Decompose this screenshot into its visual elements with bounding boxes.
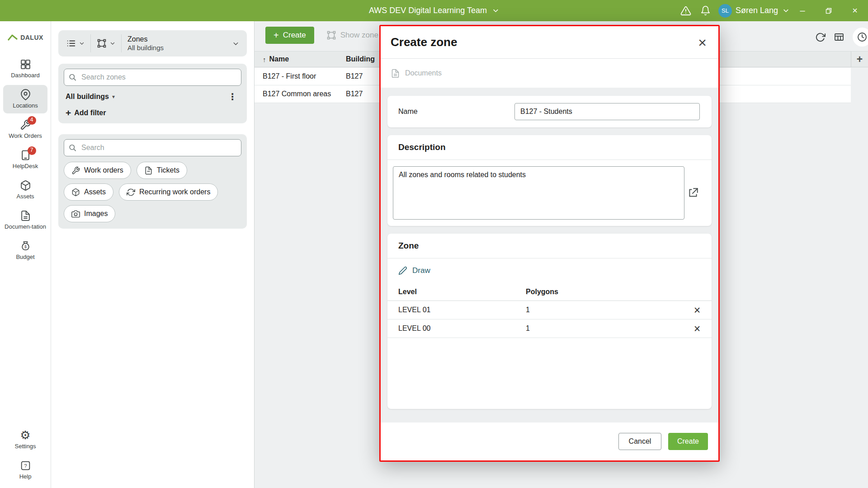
search-filters-card: Work orders Tickets Assets Recurring wor… [58, 134, 247, 229]
draw-button[interactable]: Draw [387, 258, 712, 283]
list-view-dropdown[interactable] [60, 30, 90, 56]
name-header-label: Name [269, 55, 289, 63]
plus-icon: + [66, 108, 71, 117]
sidebar-item-budget[interactable]: $ Budget [3, 236, 47, 265]
sidebar-item-label: Budget [16, 254, 34, 261]
polygons-column-header: Polygons [526, 288, 683, 296]
chip-work-orders[interactable]: Work orders [64, 162, 131, 179]
sidebar-item-label: Documen-tation [5, 224, 46, 230]
draw-label: Draw [412, 266, 430, 275]
helpdesk-badge: 7 [28, 146, 36, 155]
add-filter-button[interactable]: + Add filter [64, 108, 241, 118]
chip-recurring-work-orders[interactable]: Recurring work orders [119, 183, 218, 201]
cancel-button[interactable]: Cancel [618, 433, 661, 450]
open-editor-button[interactable] [687, 187, 699, 199]
sidebar-item-label: HelpDesk [13, 163, 38, 170]
team-selector[interactable]: AWS DEV Digital Learning Team [369, 0, 499, 21]
notifications-bell-icon[interactable] [696, 0, 716, 21]
chip-assets[interactable]: Assets [64, 183, 113, 201]
sidebar-item-help[interactable]: ? Help [3, 456, 47, 484]
refresh-icon[interactable] [815, 32, 826, 42]
documents-tab[interactable]: Documents [381, 59, 718, 88]
modal-header: Create zone × [381, 26, 718, 59]
sidebar-item-work-orders[interactable]: 4 Work Orders [3, 115, 47, 144]
building-filter-label: All buildings [66, 93, 109, 101]
search-icon [68, 144, 77, 152]
zones-panel: Zones All buildings All buildings ▾ ⋮ + … [51, 21, 255, 488]
add-filter-label: Add filter [74, 109, 106, 117]
box-icon [71, 188, 80, 197]
close-icon[interactable]: × [698, 35, 707, 50]
recurring-icon [127, 188, 135, 197]
chevron-down-icon [79, 41, 85, 46]
window-restore-button[interactable] [816, 0, 842, 21]
name-input[interactable] [514, 103, 700, 120]
top-bar: AWS DEV Digital Learning Team SL Søren L… [0, 0, 868, 21]
show-zones-label: Show zone [340, 31, 378, 40]
dashboard-icon [20, 59, 31, 70]
zone-shape-dropdown[interactable] [91, 30, 121, 56]
name-section: Name [387, 96, 712, 127]
chevron-down-icon [232, 40, 239, 47]
avatar[interactable]: SL [718, 4, 732, 18]
window-minimize-button[interactable]: – [789, 0, 816, 21]
sidebar-item-label: Work Orders [9, 133, 42, 140]
user-menu-chevron-icon[interactable] [783, 7, 789, 14]
history-clock-button[interactable] [853, 28, 868, 47]
warning-icon[interactable] [676, 0, 696, 21]
window-close-button[interactable]: × [842, 0, 868, 21]
table-view-icon[interactable] [834, 32, 844, 42]
zone-level-row: LEVEL 00 1 × [387, 319, 712, 338]
zone-title: Zone [398, 241, 419, 251]
building-filter-dropdown[interactable]: All buildings ▾ ⋮ [64, 91, 241, 103]
delete-level-icon[interactable]: × [694, 323, 701, 334]
zones-scope-dropdown[interactable]: Zones All buildings [122, 30, 245, 56]
dalux-roof-icon [7, 34, 18, 42]
team-name: AWS DEV Digital Learning Team [369, 6, 487, 15]
location-pin-icon [20, 89, 31, 100]
name-column-header[interactable]: ↑ Name [263, 55, 346, 63]
create-zone-button[interactable]: + Create [265, 27, 314, 44]
wrench-icon [71, 166, 80, 175]
sidebar-item-locations[interactable]: Locations [3, 85, 47, 113]
modal-create-button[interactable]: Create [668, 433, 708, 450]
chip-label: Tickets [157, 166, 179, 174]
gear-icon: ⚙ [20, 429, 30, 441]
sidebar-item-helpdesk[interactable]: 7 HelpDesk [3, 145, 47, 174]
caret-down-icon: ▾ [112, 94, 115, 100]
clock-icon [857, 32, 868, 42]
polygons-cell: 1 [526, 324, 683, 333]
camera-icon [71, 210, 80, 218]
show-zones-toggle[interactable]: Show zone [326, 30, 378, 40]
svg-text:?: ? [24, 463, 27, 469]
kebab-menu-icon[interactable]: ⋮ [225, 91, 240, 102]
sidebar: DALUX Dashboard Locations 4 Work Orders … [0, 21, 51, 488]
level-cell: LEVEL 01 [398, 306, 526, 314]
modal-body: Name Description All zones and rooms rel… [381, 88, 718, 422]
chip-tickets[interactable]: Tickets [137, 162, 187, 179]
zone-levels-header: Level Polygons [387, 283, 712, 301]
work-orders-badge: 4 [28, 116, 36, 125]
svg-text:$: $ [24, 244, 27, 249]
description-title: Description [398, 142, 446, 152]
name-label: Name [398, 108, 418, 116]
plus-icon: + [274, 31, 279, 40]
description-section: Description All zones and rooms related … [387, 135, 712, 226]
sort-ascending-icon: ↑ [263, 56, 266, 63]
zones-dropdown-title: Zones [127, 35, 164, 44]
description-textarea[interactable]: All zones and rooms related to students [393, 166, 684, 220]
sidebar-item-documentation[interactable]: Documen-tation [3, 206, 47, 235]
search-input[interactable] [64, 139, 241, 156]
zones-dropdown-subtitle: All buildings [127, 44, 164, 52]
sidebar-item-dashboard[interactable]: Dashboard [3, 55, 47, 83]
delete-level-icon[interactable]: × [694, 305, 701, 316]
add-column-button[interactable]: + [851, 52, 868, 67]
search-zones-input[interactable] [64, 69, 241, 86]
sidebar-item-assets[interactable]: Assets [3, 176, 47, 204]
sidebar-item-settings[interactable]: ⚙ Settings [3, 425, 47, 454]
sidebar-item-label: Assets [16, 193, 34, 200]
ticket-icon [144, 166, 153, 175]
level-column-header: Level [398, 288, 526, 296]
chip-images[interactable]: Images [64, 205, 115, 222]
external-link-icon [687, 187, 699, 199]
